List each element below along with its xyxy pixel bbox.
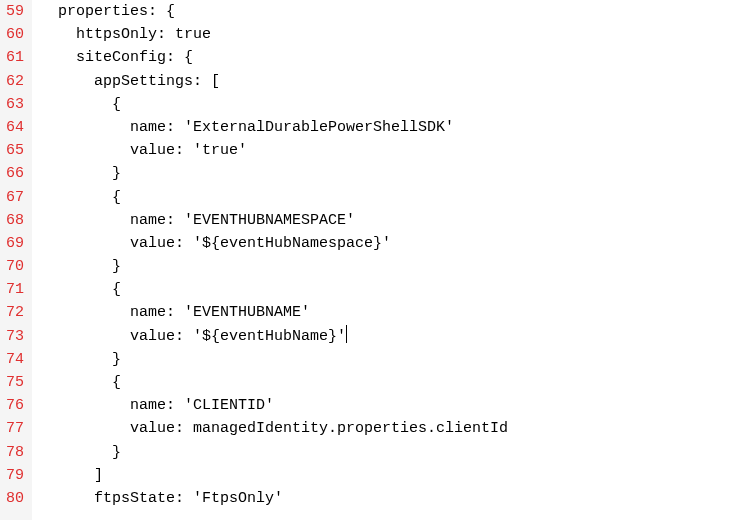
text-cursor [346,325,347,343]
line-number: 61 [6,46,24,69]
code-line[interactable]: httpsOnly: true [40,23,508,46]
code-line[interactable]: ] [40,464,508,487]
code-line[interactable]: siteConfig: { [40,46,508,69]
line-number: 73 [6,325,24,348]
line-number: 65 [6,139,24,162]
line-number: 68 [6,209,24,232]
code-line[interactable]: { [40,371,508,394]
code-line[interactable]: } [40,162,508,185]
line-number: 80 [6,487,24,510]
line-number: 70 [6,255,24,278]
line-number: 76 [6,394,24,417]
code-line[interactable]: { [40,186,508,209]
code-line[interactable]: value: '${eventHubName}' [40,325,508,348]
code-line[interactable]: name: 'EVENTHUBNAMESPACE' [40,209,508,232]
code-line[interactable]: ftpsState: 'FtpsOnly' [40,487,508,510]
line-number-gutter: 5960616263646566676869707172737475767778… [0,0,32,520]
code-line[interactable]: properties: { [40,0,508,23]
code-area[interactable]: properties: { httpsOnly: true siteConfig… [32,0,508,520]
line-number: 67 [6,186,24,209]
code-line[interactable]: } [40,255,508,278]
line-number: 78 [6,441,24,464]
code-line[interactable]: name: 'EVENTHUBNAME' [40,301,508,324]
line-number: 60 [6,23,24,46]
line-number: 71 [6,278,24,301]
line-number: 72 [6,301,24,324]
code-line[interactable]: } [40,348,508,371]
line-number: 64 [6,116,24,139]
line-number: 74 [6,348,24,371]
code-line[interactable]: { [40,93,508,116]
code-line[interactable]: value: 'true' [40,139,508,162]
line-number: 62 [6,70,24,93]
code-line[interactable]: appSettings: [ [40,70,508,93]
line-number: 69 [6,232,24,255]
code-line[interactable]: { [40,278,508,301]
line-number: 66 [6,162,24,185]
line-number: 77 [6,417,24,440]
line-number: 79 [6,464,24,487]
code-line[interactable]: } [40,441,508,464]
code-line[interactable]: name: 'CLIENTID' [40,394,508,417]
code-line[interactable]: value: managedIdentity.properties.client… [40,417,508,440]
line-number: 63 [6,93,24,116]
code-line[interactable]: value: '${eventHubNamespace}' [40,232,508,255]
line-number: 75 [6,371,24,394]
code-line[interactable]: name: 'ExternalDurablePowerShellSDK' [40,116,508,139]
line-number: 59 [6,0,24,23]
